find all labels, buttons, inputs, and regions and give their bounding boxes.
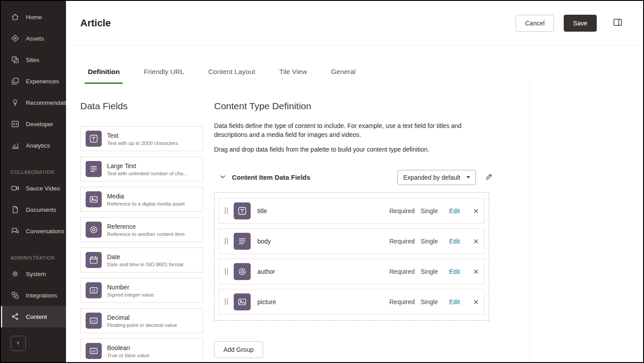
add-group-button[interactable]: Add Group: [214, 341, 263, 358]
field-name: Date: [107, 253, 183, 260]
drag-handle-icon[interactable]: [225, 268, 228, 275]
documents-icon: [11, 205, 20, 214]
sidebar-item-assets[interactable]: Assets: [1, 28, 66, 49]
group-header: Content Item Data Fields Expanded by def…: [214, 169, 494, 186]
integrations-icon: [11, 291, 20, 300]
palette-field-media[interactable]: Media Reference to a digital media asset: [80, 187, 203, 212]
sidebar-item-analytics[interactable]: Analytics: [1, 135, 66, 156]
field-remove-icon[interactable]: ×: [470, 297, 479, 306]
field-required-label: Required: [389, 268, 421, 275]
sidebar-section-administration: ADMINISTRATION: [11, 253, 66, 262]
field-edit-link[interactable]: Edit: [449, 298, 470, 305]
field-edit-link[interactable]: Edit: [449, 207, 470, 214]
field-name: Text: [107, 132, 178, 139]
decimal-field-icon: 0.1: [86, 313, 102, 329]
field-name: Number: [107, 284, 154, 291]
edit-group-button[interactable]: [483, 172, 494, 183]
sidebar-item-sauce-video[interactable]: Sauce Video: [1, 177, 66, 199]
chevron-down-icon: [219, 173, 226, 182]
tab-friendly-url[interactable]: Friendly URL: [140, 68, 187, 84]
experiences-icon: [11, 77, 20, 86]
field-description: Floating-point or decimal value: [107, 322, 177, 328]
header-actions: Cancel Save: [516, 1, 623, 45]
home-icon: [11, 12, 20, 21]
field-edit-link[interactable]: Edit: [449, 268, 470, 275]
sidebar-item-home[interactable]: Home: [1, 6, 66, 28]
palette-field-reference[interactable]: Reference Reference to another content i…: [80, 217, 203, 242]
drag-handle-icon[interactable]: [225, 238, 228, 244]
svg-text:0/1: 0/1: [91, 350, 96, 353]
palette-field-media-labels: Media Reference to a digital media asset: [107, 193, 185, 206]
sidebar-item-content[interactable]: Content: [1, 306, 66, 327]
field-remove-icon[interactable]: ×: [470, 206, 479, 215]
tab-tile-view[interactable]: Tile View: [276, 68, 310, 84]
field-row-title: title Required Single Edit ×: [219, 198, 484, 224]
save-button[interactable]: Save: [564, 15, 597, 32]
palette-field-date-labels: Date Date and time in ISO 8601 format: [107, 253, 183, 267]
cancel-button[interactable]: Cancel: [516, 15, 554, 32]
palette-field-large-text[interactable]: Large Text Text with unlimited number of…: [80, 157, 203, 182]
palette-field-date[interactable]: Date Date and time in ISO 8601 format: [80, 248, 203, 272]
media-field-icon: [234, 293, 251, 310]
group-collapse-button[interactable]: [218, 173, 227, 182]
field-required-label: Required: [389, 298, 421, 305]
sidebar-collapse-button[interactable]: [11, 336, 26, 351]
palette-field-text[interactable]: Text Text with up to 2000 characters: [80, 126, 203, 151]
definition-title: Content Type Definition: [214, 101, 494, 111]
field-required-label: Required: [389, 238, 421, 245]
palette-field-decimal-labels: Decimal Floating-point or decimal value: [107, 314, 177, 328]
field-arity-label: Single: [421, 268, 449, 275]
sidebar-item-label: Assets: [26, 35, 44, 42]
display-mode-dropdown[interactable]: Expanded by default: [397, 170, 476, 185]
gear-icon: [11, 269, 20, 278]
tab-definition[interactable]: Definition: [85, 68, 123, 84]
data-fields-dropzone[interactable]: title Required Single Edit × body Requir…: [214, 192, 489, 321]
field-description: Date and time in ISO 8601 format: [107, 262, 183, 267]
field-row-name: title: [257, 207, 389, 214]
sidebar-item-documents[interactable]: Documents: [1, 199, 66, 220]
sidebar-item-label: Experiences: [26, 78, 59, 85]
drag-handle-icon[interactable]: [225, 298, 228, 305]
page-header: Article Cancel Save: [66, 1, 643, 45]
field-required-label: Required: [389, 207, 421, 214]
sidebar-item-system[interactable]: System: [1, 263, 66, 285]
sidebar-item-label: Content: [26, 314, 47, 320]
sidebar-item-label: Recommendations: [26, 99, 66, 106]
page-title: Article: [80, 17, 111, 29]
panel-toggle-button[interactable]: [612, 17, 623, 29]
field-edit-link[interactable]: Edit: [449, 238, 470, 245]
content-icon: [11, 312, 20, 321]
sidebar-item-recommendations[interactable]: Recommendations: [1, 92, 66, 113]
field-row-name: picture: [257, 298, 389, 305]
field-name: Reference: [107, 223, 185, 230]
field-remove-icon[interactable]: ×: [470, 237, 479, 246]
group-title: Content Item Data Fields: [232, 173, 310, 181]
sidebar-item-integrations[interactable]: Integrations: [1, 285, 66, 306]
data-fields-palette: Text Text with up to 2000 characters Lar…: [80, 126, 203, 363]
chevron-left-icon: [14, 339, 22, 348]
definition-description-2: Drag and drop data fields from the palet…: [214, 145, 474, 154]
tab-content-layout[interactable]: Content Layout: [205, 68, 258, 84]
reference-field-icon: [86, 222, 102, 238]
date-field-icon: [86, 252, 102, 268]
text-field-icon: [234, 202, 251, 219]
palette-field-decimal[interactable]: 0.1 Decimal Floating-point or decimal va…: [80, 308, 203, 333]
field-row-picture: picture Required Single Edit ×: [219, 289, 484, 315]
field-remove-icon[interactable]: ×: [470, 267, 479, 276]
drag-handle-icon[interactable]: [225, 207, 228, 214]
pencil-icon: [485, 173, 493, 182]
sidebar-item-conversations[interactable]: Conversations: [1, 220, 66, 242]
palette-field-number[interactable]: 12 Number Signed integer value: [80, 278, 203, 303]
sidebar-item-experiences[interactable]: Experiences: [1, 70, 66, 92]
sidebar-item-label: Home: [26, 14, 42, 21]
sidebar-item-sites[interactable]: Sites: [1, 49, 66, 70]
sidebar-item-label: Analytics: [26, 142, 50, 149]
tab-bar: Definition Friendly URL Content Layout T…: [85, 68, 359, 84]
sidebar-item-developer[interactable]: Developer: [1, 113, 66, 135]
svg-text:12: 12: [92, 289, 95, 293]
sidebar-nav: Home Assets Sites Experiences Recommenda…: [1, 1, 66, 327]
field-name: Large Text: [107, 162, 187, 169]
dropdown-caret-icon: [466, 176, 470, 178]
palette-field-boolean[interactable]: 0/1 Boolean True or false value: [80, 338, 203, 363]
tab-general[interactable]: General: [328, 68, 359, 84]
